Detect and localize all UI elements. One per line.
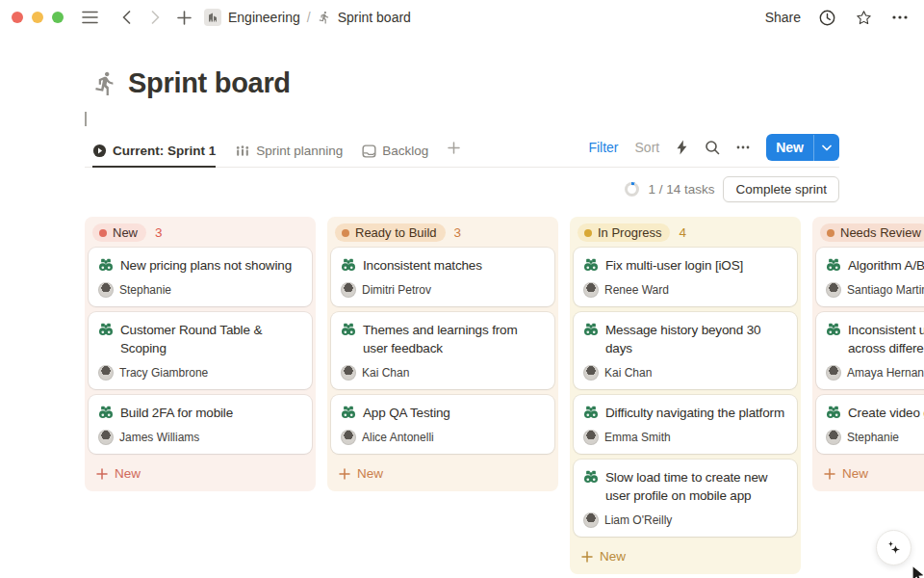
tab-current-sprint[interactable]: Current: Sprint 1 — [92, 138, 216, 168]
card-title: Build 2FA for mobile — [120, 404, 233, 422]
add-view-icon[interactable] — [448, 142, 460, 163]
new-task-dropdown-icon[interactable] — [814, 144, 839, 151]
filter-button[interactable]: Filter — [588, 140, 618, 155]
board-column-new: New 3 New pricing plans not showing Step… — [85, 217, 316, 491]
more-options-icon[interactable] — [889, 7, 911, 28]
minimize-window-icon[interactable] — [32, 12, 43, 23]
task-card[interactable]: Customer Round Table & Scoping Tracy Gia… — [89, 312, 312, 389]
assignee-name: Stephanie — [119, 283, 171, 297]
task-card[interactable]: New pricing plans not showing Stephanie — [89, 248, 312, 306]
automations-bolt-icon[interactable] — [676, 140, 688, 155]
back-icon[interactable] — [116, 7, 137, 28]
play-circle-icon — [92, 144, 107, 158]
view-more-icon[interactable] — [736, 145, 750, 149]
status-badge: In Progress — [578, 223, 670, 242]
column-header[interactable]: In Progress 4 — [574, 221, 797, 248]
status-dot-icon — [827, 229, 834, 237]
avatar — [583, 365, 599, 381]
card-assignee: Renee Ward — [583, 282, 787, 298]
add-card-label: New — [600, 549, 626, 564]
binoculars-icon — [341, 257, 356, 273]
sort-button[interactable]: Sort — [635, 140, 660, 155]
page-icon-runner[interactable] — [92, 70, 118, 96]
assignee-name: Tracy Giambrone — [119, 366, 208, 380]
binoculars-icon — [583, 469, 599, 485]
window-controls[interactable] — [12, 12, 64, 23]
tab-label: Backlog — [382, 144, 428, 158]
card-assignee: Stephanie — [98, 282, 302, 298]
task-card[interactable]: App QA Testing Alice Antonelli — [331, 395, 554, 454]
task-card[interactable]: Inconsistent user experience across diff… — [816, 312, 924, 389]
column-count: 3 — [454, 225, 462, 240]
search-icon[interactable] — [705, 140, 720, 155]
task-card[interactable]: Message history beyond 30 days Kai Chan — [574, 312, 797, 389]
assignee-name: Emma Smith — [604, 431, 671, 444]
page-title: Sprint board — [128, 67, 291, 99]
task-card[interactable]: Inconsistent matches Dimitri Petrov — [331, 248, 554, 306]
task-card[interactable]: Create video guides Stephanie — [816, 395, 924, 454]
sparkles-icon — [885, 539, 903, 557]
forward-icon[interactable] — [144, 7, 166, 28]
card-assignee: Alice Antonelli — [341, 430, 545, 445]
ai-sparkles-button[interactable] — [876, 530, 911, 565]
new-task-button[interactable]: New — [766, 134, 839, 161]
task-card[interactable]: Algorithm A/B testing Santiago Martinez — [816, 248, 924, 306]
avatar — [98, 430, 114, 445]
avatar — [98, 282, 114, 298]
favorite-star-icon[interactable] — [853, 7, 874, 28]
breadcrumb-page[interactable]: Sprint board — [338, 10, 411, 25]
task-card[interactable]: Themes and learnings from user feedback … — [331, 312, 554, 389]
card-assignee: Liam O'Reilly — [583, 512, 787, 528]
task-card[interactable]: Build 2FA for mobile James Williams — [89, 395, 312, 454]
avatar — [583, 512, 599, 528]
sidebar-toggle-icon[interactable] — [79, 7, 100, 28]
assignee-name: James Williams — [119, 431, 199, 444]
avatar — [98, 365, 114, 381]
new-page-icon[interactable] — [173, 7, 194, 28]
add-card-button[interactable]: New — [331, 460, 554, 487]
column-header[interactable]: New 3 — [89, 221, 312, 248]
breadcrumb-workspace[interactable]: Engineering — [228, 10, 300, 25]
card-title: Algorithm A/B testing — [848, 256, 924, 275]
tab-sprint-planning[interactable]: Sprint planning — [235, 138, 343, 167]
view-tabs-bar: Current: Sprint 1 Sprint planning Backlo… — [85, 134, 839, 168]
card-assignee: Dimitri Petrov — [341, 282, 545, 298]
column-header[interactable]: Needs Review — [816, 221, 924, 248]
task-card[interactable]: Fix multi-user login [iOS] Renee Ward — [574, 248, 797, 306]
binoculars-icon — [826, 257, 841, 273]
breadcrumb-separator: / — [307, 10, 311, 25]
binoculars-icon — [583, 322, 599, 337]
card-assignee: Stephanie — [826, 430, 924, 445]
avatar — [341, 365, 356, 381]
column-name: In Progress — [598, 225, 661, 240]
task-card[interactable]: Difficulty navigating the platform Emma … — [574, 395, 797, 454]
history-clock-icon[interactable] — [816, 7, 837, 28]
tab-backlog[interactable]: Backlog — [362, 138, 428, 167]
binoculars-icon — [341, 322, 356, 337]
breadcrumb[interactable]: Engineering / Sprint board — [204, 9, 411, 26]
binoculars-icon — [826, 405, 841, 420]
add-card-button[interactable]: New — [89, 460, 312, 487]
card-title: Themes and learnings from user feedback — [363, 321, 545, 357]
assignee-name: Amaya Hernandez — [847, 366, 924, 380]
sprint-status-bar: 1 / 14 tasks Complete sprint — [85, 176, 839, 202]
assignee-name: Dimitri Petrov — [362, 283, 431, 297]
column-header[interactable]: Ready to Build 3 — [331, 221, 554, 248]
zoom-window-icon[interactable] — [52, 12, 64, 23]
add-card-button[interactable]: New — [816, 460, 924, 487]
assignee-name: Renee Ward — [604, 283, 669, 297]
binoculars-icon — [826, 322, 841, 337]
binoculars-icon — [98, 322, 114, 337]
add-card-button[interactable]: New — [574, 542, 797, 570]
board-column-in-progress: In Progress 4 Fix multi-user login [iOS]… — [570, 217, 801, 574]
binoculars-icon — [341, 405, 356, 420]
task-card[interactable]: Slow load time to create new user profil… — [574, 460, 797, 537]
share-button[interactable]: Share — [765, 10, 801, 25]
complete-sprint-button[interactable]: Complete sprint — [723, 176, 839, 202]
board-column-needs-review: Needs Review Algorithm A/B testing Santi… — [812, 217, 924, 491]
card-title: Slow load time to create new user profil… — [605, 468, 787, 505]
card-assignee: Tracy Giambrone — [98, 365, 302, 381]
new-task-label[interactable]: New — [766, 140, 813, 155]
plus-icon — [339, 468, 350, 480]
close-window-icon[interactable] — [12, 12, 23, 23]
